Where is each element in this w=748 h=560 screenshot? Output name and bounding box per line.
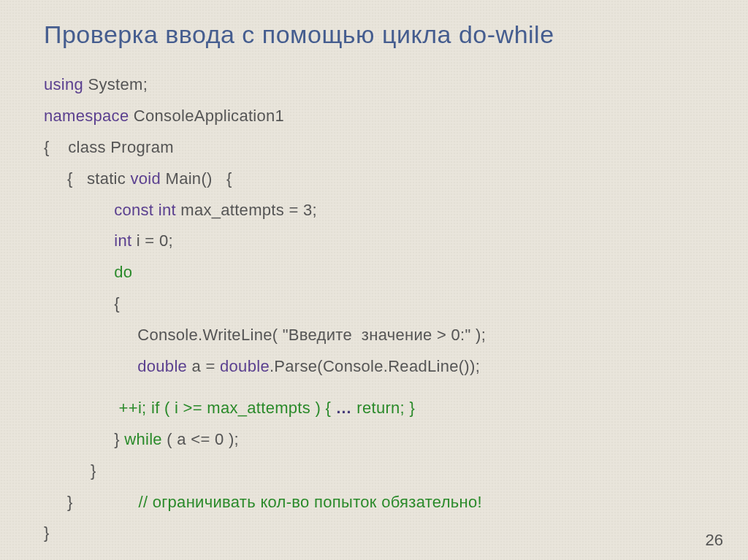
kw-if: if [151,399,160,417]
kw-int: int [114,231,131,250]
kw-using: using [44,75,83,93]
code-text: ( i >= max_attempts ) { [160,399,336,417]
code-text: i = 0; [131,231,173,250]
code-text: Program [106,138,174,156]
code-line: int i = 0; [44,226,704,257]
code-line: { [44,288,704,320]
code-text: } [44,461,96,480]
code-line: Console.WriteLine( "Введите значение > 0… [44,320,704,351]
code-text [44,263,114,281]
code-text [44,399,119,417]
kw-static: static [87,169,126,188]
code-text [44,357,137,375]
code-line: double a = double.Parse(Console.ReadLine… [44,351,704,383]
ellipsis: … [336,399,352,417]
code-text [44,201,114,219]
code-text: max_attempts = 3; [176,201,317,219]
page-number: 26 [706,531,723,550]
code-text: { [44,169,87,188]
comment: // ограничивать кол-во попыток обязатель… [138,493,482,511]
code-line: ++i; if ( i >= max_attempts ) { … return… [44,393,704,424]
code-line: } [44,518,704,549]
code-line: do [44,257,704,288]
kw-namespace: namespace [44,107,129,125]
kw-const: const [114,201,153,219]
code-text: } [44,523,50,542]
code-text: System; [83,75,148,93]
code-text: .Parse(Console.ReadLine()); [270,357,480,375]
kw-double: double [137,357,187,375]
code-text: { [44,294,120,312]
code-line: { class Program [44,132,704,164]
kw-void: void [131,169,161,188]
code-text [44,231,114,250]
code-text: a = [187,357,220,375]
kw-double: double [220,357,270,375]
kw-return: return [356,399,400,417]
code-text: ; } [400,399,415,417]
kw-int: int [159,201,176,219]
code-line: namespace ConsoleApplication1 [44,101,704,132]
code-text: } [44,493,138,511]
incr: ++i; [119,399,147,417]
code-line: using System; [44,69,704,101]
code-block: using System; namespace ConsoleApplicati… [44,69,704,549]
kw-do: do [114,263,132,281]
code-text: Console.WriteLine( "Введите значение > 0… [44,326,486,344]
kw-class: class [68,138,106,156]
code-line: } while ( a <= 0 ); [44,424,704,456]
code-text: Main() { [161,169,232,188]
code-text: ConsoleApplication1 [129,107,284,125]
kw-while: while [124,430,162,448]
code-text: { [44,138,68,156]
code-line: { static void Main() { [44,164,704,195]
code-text: } [44,430,124,448]
slide-title: Проверка ввода с помощью цикла do-while [44,20,704,49]
code-line: } // ограничивать кол-во попыток обязате… [44,487,704,518]
code-line: const int max_attempts = 3; [44,195,704,226]
code-line: } [44,456,704,487]
slide: Проверка ввода с помощью цикла do-while … [0,0,748,549]
code-text: ( a <= 0 ); [162,430,239,448]
